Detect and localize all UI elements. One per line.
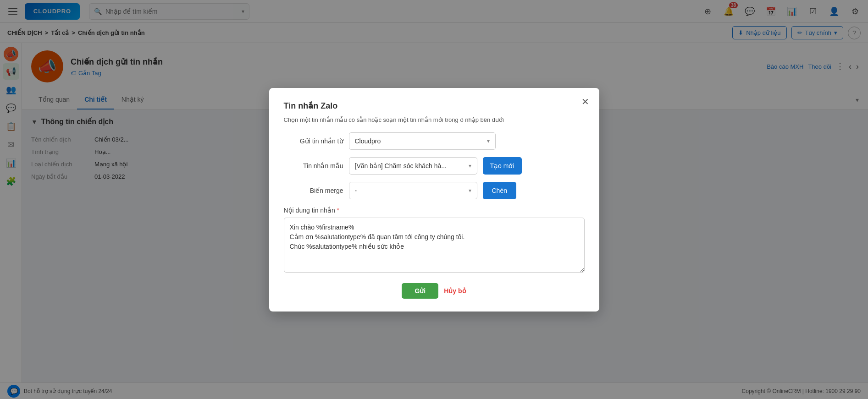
form-row-merge: Biến merge - ▾ Chèn: [284, 182, 585, 199]
message-textarea[interactable]: Xin chào %firstname% Cảm ơn %salutationt…: [284, 218, 585, 273]
content-label: Nội dung tin nhắn *: [284, 207, 585, 214]
merge-select[interactable]: - ▾: [349, 182, 477, 199]
template-value: [Văn bản] Chăm sóc khách hà...: [355, 162, 469, 169]
form-row-from: Gửi tin nhắn từ Cloudpro ▾: [284, 132, 585, 150]
form-label-from: Gửi tin nhắn từ: [284, 137, 343, 145]
tao-moi-button[interactable]: Tạo mới: [483, 157, 522, 175]
zalo-message-modal: ✕ Tin nhắn Zalo Chọn một tin nhắn mẫu có…: [269, 88, 599, 312]
send-button[interactable]: Gửi: [402, 283, 438, 299]
chen-button[interactable]: Chèn: [483, 182, 516, 199]
cancel-button[interactable]: Hủy bỏ: [444, 287, 466, 295]
template-select[interactable]: [Văn bản] Chăm sóc khách hà... ▾: [349, 157, 477, 175]
modal-overlay: ✕ Tin nhắn Zalo Chọn một tin nhắn mẫu có…: [0, 0, 868, 399]
modal-title: Tin nhắn Zalo: [284, 101, 585, 111]
from-value: Cloudpro: [355, 137, 487, 145]
chevron-down-icon: ▾: [469, 163, 471, 169]
merge-value: -: [355, 187, 469, 194]
modal-subtitle: Chọn một tin nhắn mẫu có sẵn hoặc soạn m…: [284, 116, 585, 123]
form-label-template: Tin nhắn mẫu: [284, 162, 343, 169]
required-indicator: *: [337, 207, 339, 214]
form-row-template: Tin nhắn mẫu [Văn bản] Chăm sóc khách hà…: [284, 157, 585, 175]
form-label-merge: Biến merge: [284, 187, 343, 194]
from-select[interactable]: Cloudpro ▾: [349, 132, 496, 150]
chevron-down-icon: ▾: [487, 138, 490, 144]
chevron-down-icon: ▾: [469, 187, 471, 194]
modal-close-button[interactable]: ✕: [579, 95, 592, 108]
modal-footer: Gửi Hủy bỏ: [284, 283, 585, 299]
